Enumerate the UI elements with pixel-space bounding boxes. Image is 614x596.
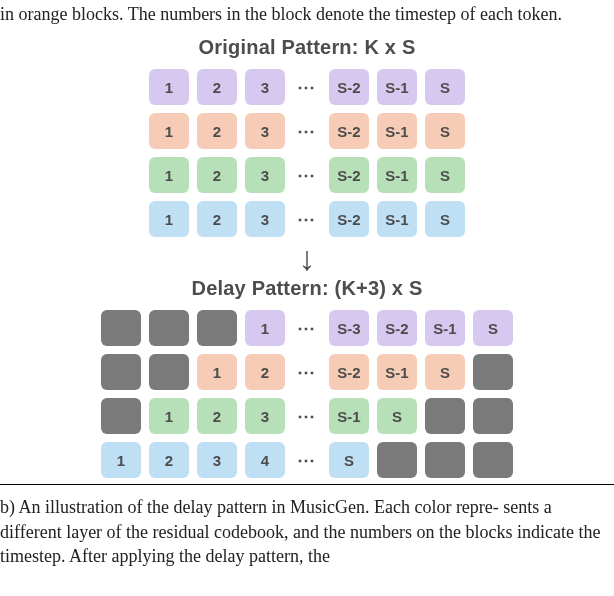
- token-cell: 2: [197, 157, 237, 193]
- delay-row: 12⋯S-2S-1S: [101, 354, 513, 390]
- ellipsis-icon: ⋯: [293, 69, 321, 105]
- token-cell: 3: [245, 201, 285, 237]
- ellipsis-icon: ⋯: [293, 113, 321, 149]
- delay-row: 1⋯S-3S-2S-1S: [101, 310, 513, 346]
- original-pattern-title: Original Pattern: K x S: [199, 36, 416, 59]
- ellipsis-icon: ⋯: [293, 201, 321, 237]
- delay-row: 1234⋯S: [101, 442, 513, 478]
- mask-token: [197, 310, 237, 346]
- mask-token: [473, 398, 513, 434]
- original-row: 123⋯S-2S-1S: [149, 113, 465, 149]
- token-cell: 2: [149, 442, 189, 478]
- token-cell: S-2: [329, 157, 369, 193]
- original-row: 123⋯S-2S-1S: [149, 201, 465, 237]
- token-cell: S: [425, 69, 465, 105]
- token-cell: 3: [245, 69, 285, 105]
- token-cell: 4: [245, 442, 285, 478]
- mask-token: [101, 398, 141, 434]
- mask-token: [377, 442, 417, 478]
- token-cell: 3: [245, 113, 285, 149]
- original-row: 123⋯S-2S-1S: [149, 69, 465, 105]
- token-cell: 2: [197, 69, 237, 105]
- down-arrow-icon: ↓: [299, 241, 316, 275]
- token-cell: S: [425, 201, 465, 237]
- divider: [0, 484, 614, 485]
- mask-token: [149, 310, 189, 346]
- token-cell: S-3: [329, 310, 369, 346]
- token-cell: 1: [149, 157, 189, 193]
- token-cell: S-1: [377, 354, 417, 390]
- token-cell: 2: [197, 113, 237, 149]
- token-cell: S-1: [329, 398, 369, 434]
- caption-bottom: b) An illustration of the delay pattern …: [0, 487, 614, 574]
- token-cell: S-2: [329, 113, 369, 149]
- token-cell: 1: [149, 398, 189, 434]
- token-cell: 1: [149, 113, 189, 149]
- caption-top: in orange blocks. The numbers in the blo…: [0, 0, 614, 32]
- token-cell: 2: [245, 354, 285, 390]
- token-cell: 1: [101, 442, 141, 478]
- token-cell: S-1: [377, 201, 417, 237]
- diagram: Original Pattern: K x S 123⋯S-2S-1S123⋯S…: [0, 32, 614, 482]
- token-cell: 3: [245, 157, 285, 193]
- token-cell: 1: [149, 201, 189, 237]
- mask-token: [425, 442, 465, 478]
- mask-token: [149, 354, 189, 390]
- token-cell: S: [473, 310, 513, 346]
- original-grid: 123⋯S-2S-1S123⋯S-2S-1S123⋯S-2S-1S123⋯S-2…: [149, 69, 465, 237]
- token-cell: S-2: [377, 310, 417, 346]
- token-cell: S: [377, 398, 417, 434]
- mask-token: [101, 354, 141, 390]
- token-cell: S: [425, 354, 465, 390]
- mask-token: [473, 354, 513, 390]
- mask-token: [425, 398, 465, 434]
- token-cell: S-2: [329, 201, 369, 237]
- mask-token: [473, 442, 513, 478]
- original-row: 123⋯S-2S-1S: [149, 157, 465, 193]
- ellipsis-icon: ⋯: [293, 310, 321, 346]
- token-cell: 1: [149, 69, 189, 105]
- token-cell: S: [425, 113, 465, 149]
- delay-row: 123⋯S-1S: [101, 398, 513, 434]
- token-cell: S-1: [377, 113, 417, 149]
- token-cell: S-1: [377, 157, 417, 193]
- token-cell: 1: [245, 310, 285, 346]
- ellipsis-icon: ⋯: [293, 442, 321, 478]
- ellipsis-icon: ⋯: [293, 398, 321, 434]
- token-cell: 2: [197, 398, 237, 434]
- mask-token: [101, 310, 141, 346]
- token-cell: 1: [197, 354, 237, 390]
- token-cell: S: [329, 442, 369, 478]
- ellipsis-icon: ⋯: [293, 354, 321, 390]
- token-cell: 2: [197, 201, 237, 237]
- token-cell: S-1: [377, 69, 417, 105]
- token-cell: S-2: [329, 354, 369, 390]
- token-cell: S: [425, 157, 465, 193]
- ellipsis-icon: ⋯: [293, 157, 321, 193]
- token-cell: 3: [197, 442, 237, 478]
- delay-pattern-title: Delay Pattern: (K+3) x S: [192, 277, 423, 300]
- delay-grid: 1⋯S-3S-2S-1S12⋯S-2S-1S123⋯S-1S1234⋯S: [101, 310, 513, 478]
- token-cell: S-1: [425, 310, 465, 346]
- token-cell: 3: [245, 398, 285, 434]
- token-cell: S-2: [329, 69, 369, 105]
